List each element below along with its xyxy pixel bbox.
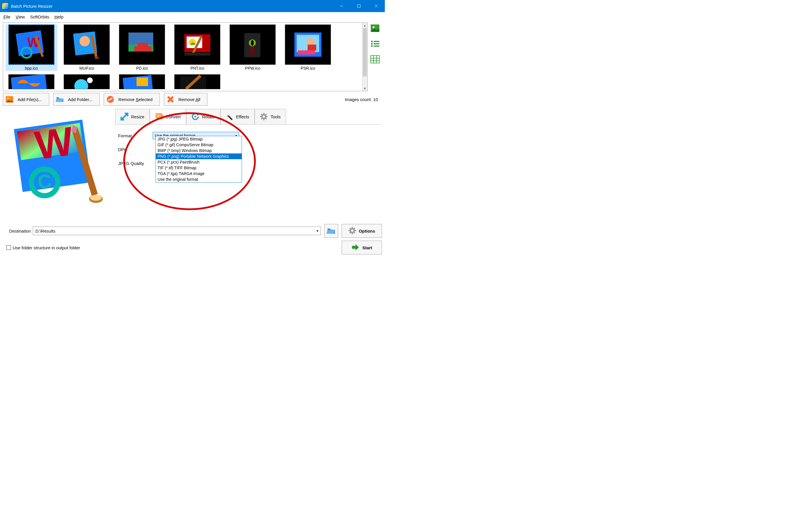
thumb-item[interactable]: PNT.ico [171, 24, 223, 71]
svg-line-77 [265, 118, 266, 119]
view-grid-icon[interactable] [370, 54, 380, 64]
thumb-label: PNT.ico [171, 66, 223, 71]
close-button[interactable] [368, 0, 385, 12]
svg-rect-40 [374, 43, 380, 44]
format-option[interactable]: TIF (*.tif) TIFF Bitmap [156, 165, 242, 171]
folder-icon [56, 95, 64, 103]
remove-all-label: Remove All [179, 97, 201, 102]
browse-folder-button[interactable] [324, 224, 338, 238]
action-toolbar: Add File(s)... Add Folder... Remove Sele… [3, 93, 382, 106]
svg-point-62 [90, 195, 102, 201]
add-files-button[interactable]: Add File(s)... [3, 93, 49, 106]
thumb-label: MUP.ico [61, 66, 113, 71]
view-list-icon[interactable] [370, 39, 380, 49]
svg-point-65 [157, 115, 159, 117]
format-option[interactable]: PCX (*.pcx) PaintBrush [156, 159, 242, 165]
tab-effects[interactable]: Effects [220, 109, 255, 125]
thumb-label: bpp.ico [5, 66, 57, 71]
svg-point-30 [87, 77, 93, 83]
bottom-bar: Destination D:\Results ▾ Options Use fol… [3, 224, 382, 254]
thumb-item[interactable]: MUP.ico [61, 24, 113, 71]
window-buttons [333, 0, 385, 12]
options-button[interactable]: Options [341, 224, 382, 238]
svg-line-78 [265, 114, 266, 115]
svg-rect-42 [374, 45, 380, 46]
remove-selected-button[interactable]: Remove Selected [104, 93, 160, 106]
menu-help[interactable]: Help [54, 14, 63, 19]
window-title: Batch Picture Resizer [11, 4, 52, 8]
thumb-item[interactable] [116, 74, 168, 90]
tab-label: Effects [236, 114, 249, 119]
tab-resize[interactable]: Resize [115, 109, 150, 125]
tab-tools[interactable]: Tools [255, 109, 286, 125]
folder-structure-checkbox[interactable] [6, 245, 11, 250]
svg-line-89 [350, 232, 351, 233]
view-mode-buttons [370, 22, 382, 91]
tab-rotate[interactable]: Rotate [186, 109, 220, 125]
svg-rect-1 [357, 5, 360, 7]
image-preview: W C [3, 109, 111, 212]
remove-all-button[interactable]: Remove All [164, 93, 208, 106]
destination-label: Destination [3, 229, 30, 233]
svg-point-11 [94, 57, 99, 59]
svg-rect-27 [298, 50, 315, 54]
destination-input[interactable]: D:\Results ▾ [33, 227, 321, 235]
thumb-item[interactable]: W bpp.ico [5, 24, 57, 71]
add-folder-label: Add Folder... [68, 97, 92, 102]
format-option[interactable]: Use the original format [156, 176, 242, 182]
thumb-item[interactable] [61, 74, 113, 90]
svg-rect-22 [251, 46, 254, 55]
add-folder-button[interactable]: Add Folder... [53, 93, 100, 106]
tab-label: Resize [131, 114, 144, 119]
thumb-item[interactable] [171, 74, 223, 90]
scroll-up-icon[interactable]: ▲ [362, 23, 367, 28]
svg-point-36 [372, 26, 375, 28]
titlebar: Batch Picture Resizer [0, 0, 385, 12]
convert-icon [155, 113, 163, 121]
format-option[interactable]: BMP (*.bmp) Windows Bitmap [156, 148, 242, 153]
svg-line-87 [354, 232, 355, 233]
menu-view[interactable]: View [16, 14, 25, 19]
svg-text:W: W [32, 118, 76, 168]
destination-value: D:\Results [35, 229, 55, 233]
menu-file[interactable]: File [3, 14, 11, 19]
scroll-down-icon[interactable]: ▼ [362, 86, 367, 91]
start-label: Start [362, 245, 372, 250]
menubar: File View SoftOrbits Help [0, 12, 385, 21]
gallery-scrollbar[interactable]: ▲ ▼ [362, 23, 367, 91]
svg-point-68 [195, 116, 196, 117]
format-option[interactable]: PNG (*.png) Portable Network Graphics [156, 153, 242, 159]
chevron-down-icon[interactable]: ▾ [315, 229, 318, 233]
tab-label: Rotate [202, 114, 215, 119]
svg-line-69 [228, 116, 232, 120]
thumb-item[interactable]: PPW.ico [227, 24, 279, 71]
play-icon [351, 244, 359, 251]
settings-panel: Resize Convert Rotate Effects Tools Form… [115, 109, 382, 212]
scroll-handle[interactable] [363, 28, 367, 76]
format-option[interactable]: JPG (*.jpg) JPEG Bitmap [156, 136, 242, 142]
gear-icon [349, 227, 356, 235]
svg-rect-38 [374, 41, 380, 42]
svg-marker-67 [197, 113, 199, 116]
thumb-item[interactable]: PD.ico [116, 24, 168, 71]
format-option[interactable]: TGA (*.tga) TARGA Image [156, 171, 242, 176]
menu-softorbits[interactable]: SoftOrbits [30, 14, 49, 19]
svg-point-29 [74, 79, 88, 89]
format-dropdown[interactable]: JPG (*.jpg) JPEG Bitmap GIF (*.gif) Comp… [155, 136, 242, 183]
thumb-item[interactable] [5, 74, 57, 90]
tab-convert[interactable]: Convert [150, 109, 186, 125]
svg-line-76 [261, 114, 262, 115]
format-option[interactable]: GIF (*.gif) CompuServe Bitmap [156, 142, 242, 148]
thumbnail-gallery[interactable]: W bpp.ico MUP.ico PD.ico PNT.ico PPW.ico [3, 22, 368, 91]
image-count: Images count: 10 [345, 97, 382, 102]
svg-point-21 [251, 40, 254, 46]
gear-icon [260, 113, 268, 121]
app-icon [2, 3, 8, 10]
start-button[interactable]: Start [341, 241, 382, 254]
thumb-label: PD.ico [116, 66, 168, 71]
thumb-item[interactable]: PSR.ico [282, 24, 334, 71]
view-thumbnails-icon[interactable] [370, 23, 380, 33]
minimize-button[interactable] [333, 0, 350, 12]
maximize-button[interactable] [350, 0, 368, 12]
svg-point-39 [371, 43, 373, 45]
